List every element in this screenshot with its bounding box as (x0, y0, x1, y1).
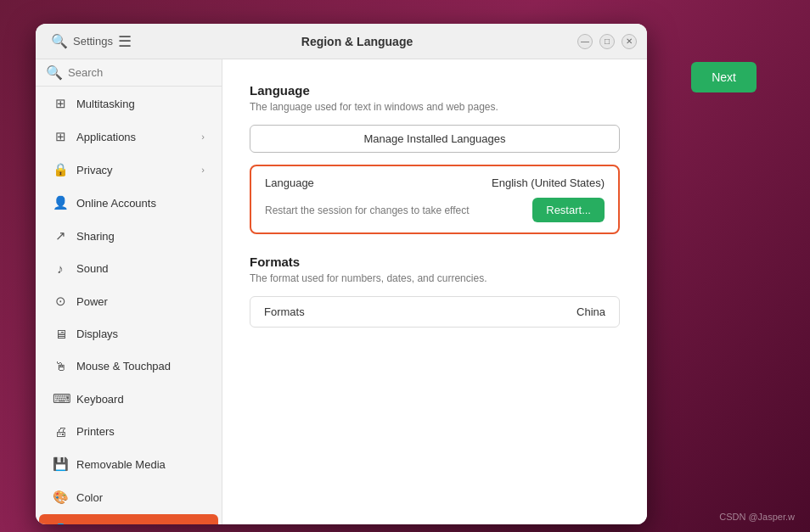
minimize-button[interactable]: — (577, 34, 593, 49)
chevron-right-icon: › (201, 165, 205, 175)
restart-row: Restart the session for changes to take … (265, 198, 605, 222)
sidebar-item-online-accounts[interactable]: 👤 Online Accounts (39, 187, 218, 219)
sidebar-item-label: Sound (76, 262, 205, 275)
multitasking-icon: ⊞ (53, 96, 68, 111)
sidebar-item-label: Online Accounts (76, 197, 205, 210)
sidebar-item-displays[interactable]: 🖥 Displays (39, 318, 218, 350)
restart-note: Restart the session for changes to take … (265, 204, 470, 216)
sidebar-item-label: Privacy (76, 164, 193, 176)
formats-value: China (577, 305, 605, 318)
language-section: Language The language used for text in w… (250, 83, 620, 234)
close-button[interactable]: ✕ (622, 34, 637, 49)
applications-icon: ⊞ (53, 129, 68, 144)
sidebar-item-label: Displays (76, 328, 205, 340)
language-section-title: Language (250, 83, 620, 98)
maximize-button[interactable]: □ (599, 34, 615, 49)
sidebar-item-removable-media[interactable]: 💾 Removable Media (39, 448, 218, 480)
keyboard-icon: ⌨ (53, 391, 68, 406)
watermark: CSDN @Jasper.w (719, 512, 795, 522)
sidebar-item-printers[interactable]: 🖨 Printers (39, 416, 218, 447)
formats-key-label: Formats (264, 305, 305, 318)
sidebar-item-label: Mouse & Touchpad (76, 360, 205, 372)
sidebar-item-keyboard[interactable]: ⌨ Keyboard (39, 383, 218, 415)
sharing-icon: ↗ (53, 228, 68, 244)
sidebar-item-label: Region & Language (76, 524, 205, 525)
sidebar-item-region-language[interactable]: 🌐 Region & Language (39, 514, 218, 524)
content-area: 🔍 ⊞ Multitasking ⊞ Applications › 🔒 Priv… (36, 59, 647, 524)
language-card: Language English (United States) Restart… (250, 165, 620, 234)
color-icon: 🎨 (53, 490, 68, 505)
region-language-icon: 🌐 (53, 523, 68, 524)
formats-section-desc: The format used for numbers, dates, and … (250, 272, 620, 284)
sidebar-item-label: Applications (76, 131, 193, 143)
sidebar-item-label: Removable Media (76, 458, 205, 471)
sidebar-item-sound[interactable]: ♪ Sound (39, 253, 218, 284)
main-panel: Language The language used for text in w… (222, 59, 647, 524)
sidebar-item-privacy[interactable]: 🔒 Privacy › (39, 154, 218, 186)
sidebar: 🔍 ⊞ Multitasking ⊞ Applications › 🔒 Priv… (36, 59, 222, 524)
language-section-desc: The language used for text in windows an… (250, 101, 620, 113)
manage-languages-button[interactable]: Manage Installed Languages (250, 125, 620, 153)
chevron-right-icon: › (201, 132, 205, 142)
next-button[interactable]: Next (691, 62, 757, 92)
sidebar-item-color[interactable]: 🎨 Color (39, 481, 218, 513)
menu-button[interactable]: ☰ (113, 29, 137, 54)
sidebar-item-sharing[interactable]: ↗ Sharing (39, 220, 218, 252)
app-title-left: Settings (73, 35, 113, 48)
sidebar-item-label: Power (76, 295, 205, 308)
sidebar-item-mouse-touchpad[interactable]: 🖱 Mouse & Touchpad (39, 350, 218, 382)
search-bar: 🔍 (36, 59, 222, 87)
restart-button[interactable]: Restart... (532, 198, 605, 222)
sidebar-item-label: Sharing (76, 230, 205, 243)
sidebar-item-label: Keyboard (76, 393, 205, 406)
removable-media-icon: 💾 (53, 456, 68, 472)
language-row: Language English (United States) (265, 176, 605, 189)
formats-section-title: Formats (250, 255, 620, 269)
sidebar-item-label: Printers (76, 425, 205, 438)
formats-section: Formats The format used for numbers, dat… (250, 255, 620, 328)
sidebar-item-label: Multitasking (76, 98, 205, 110)
window-title: Region & Language (137, 35, 577, 48)
privacy-icon: 🔒 (53, 162, 68, 177)
window-controls: — □ ✕ (577, 34, 637, 49)
search-input[interactable] (68, 66, 211, 79)
mouse-icon: 🖱 (53, 359, 68, 373)
language-key-label: Language (265, 176, 314, 189)
titlebar: 🔍 Settings ☰ Region & Language — □ ✕ (36, 24, 647, 59)
sidebar-item-multitasking[interactable]: ⊞ Multitasking (39, 87, 218, 120)
search-icon: 🔍 (46, 64, 63, 81)
sidebar-item-label: Color (76, 491, 205, 504)
online-accounts-icon: 👤 (53, 195, 68, 210)
sidebar-item-applications[interactable]: ⊞ Applications › (39, 120, 218, 153)
sound-icon: ♪ (53, 261, 68, 276)
language-value: English (United States) (492, 176, 605, 189)
power-icon: ⊙ (53, 294, 68, 309)
search-button[interactable]: 🔍 (46, 30, 73, 53)
formats-card[interactable]: Formats China (250, 296, 620, 328)
sidebar-item-power[interactable]: ⊙ Power (39, 285, 218, 317)
displays-icon: 🖥 (53, 327, 68, 341)
printer-icon: 🖨 (53, 424, 68, 439)
settings-window: 🔍 Settings ☰ Region & Language — □ ✕ 🔍 ⊞… (36, 24, 647, 524)
